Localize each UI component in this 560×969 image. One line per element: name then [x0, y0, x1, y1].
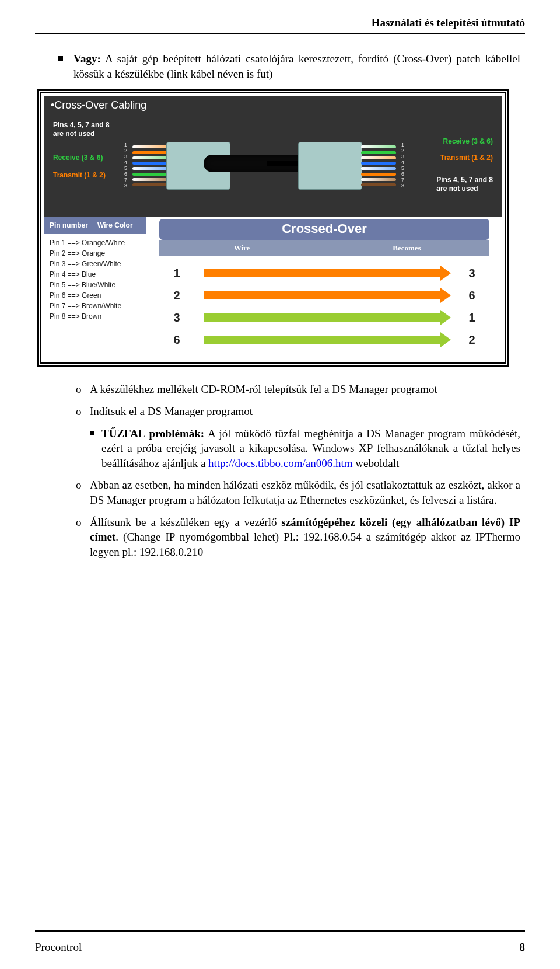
cable-narrow [267, 161, 302, 166]
arrow-icon [204, 313, 445, 322]
sub-text-a: A jól működő [204, 427, 271, 440]
footer-rule [35, 930, 525, 932]
diagram-top-panel: •Cross-Over Cabling Pins 4, 5, 7 and 8 a… [44, 96, 502, 217]
map-to: 2 [454, 333, 489, 347]
pin-row: Pin 8 ==> Brown [50, 311, 141, 322]
list-item-1: A készülékhez mellékelt CD-ROM-ról telep… [90, 382, 520, 397]
pin-row: Pin 3 ==> Green/White [50, 259, 141, 269]
crossover-diagram: •Cross-Over Cabling Pins 4, 5, 7 and 8 a… [37, 89, 509, 367]
right-transmit-label: Transmit (1 & 2) [440, 154, 493, 162]
sub-underline: tűzfal megbénítja a DS Manager program m… [271, 427, 518, 440]
list-marker-icon: o [76, 477, 90, 507]
pin-row: Pin 5 ==> Blue/White [50, 280, 141, 290]
arrow-icon [204, 269, 445, 277]
crossover-row: 62 [159, 329, 489, 351]
list-item-2: Indítsuk el a DS Manager programot [90, 404, 520, 419]
crossed-over-table: Crossed-Over Wire Becomes 13263162 [146, 217, 502, 360]
list-marker-icon: o [76, 515, 90, 560]
docs-link[interactable]: http://docs.tibbo.com/an006.htm [208, 457, 353, 469]
sub-text-c: weboldalt [353, 457, 400, 469]
map-to: 3 [454, 267, 489, 280]
page-number: 8 [520, 941, 526, 954]
right-pin-numbers: 12345678 [401, 142, 404, 189]
crossover-row: 13 [159, 262, 489, 284]
col-wire: Wire [159, 240, 324, 256]
map-from: 1 [159, 267, 194, 280]
square-bullet-icon [90, 431, 94, 435]
arrow-icon [204, 291, 445, 299]
diagram-title: •Cross-Over Cabling [51, 99, 495, 111]
pin-row: Pin 4 ==> Blue [50, 269, 141, 280]
pin-row: Pin 7 ==> Brown/White [50, 301, 141, 311]
list-marker-icon: o [76, 382, 90, 397]
col-becomes: Becomes [324, 240, 489, 256]
pin-row: Pin 6 ==> Green [50, 290, 141, 301]
left-wire-stack [132, 145, 167, 186]
right-pins-unused-label: Pins 4, 5, 7 and 8 are not used [436, 176, 493, 193]
right-receive-label: Receive (3 & 6) [443, 137, 493, 145]
pin-header-left: Pin number [50, 221, 88, 229]
intro-bold: Vagy: [74, 53, 101, 65]
square-bullet-icon [58, 56, 63, 61]
map-from: 6 [159, 333, 194, 347]
pin-color-table: Pin number Wire Color Pin 1 ==> Orange/W… [44, 217, 146, 360]
footer-left: Procontrol [35, 941, 82, 954]
crossover-row: 31 [159, 306, 489, 329]
crossover-row: 26 [159, 284, 489, 306]
map-to: 6 [454, 289, 489, 302]
left-pin-numbers: 12345678 [124, 142, 127, 189]
map-from: 2 [159, 289, 194, 302]
right-wire-stack [361, 145, 396, 186]
map-to: 1 [454, 311, 489, 325]
page-header-title: Használati és telepítési útmutató [35, 16, 525, 32]
o4-part-a: Állítsunk be a készüléken egy a vezérlő [90, 516, 281, 528]
left-transmit-label: Transmit (1 & 2) [53, 171, 106, 179]
diagram-table-area: Pin number Wire Color Pin 1 ==> Orange/W… [44, 217, 502, 360]
pin-row: Pin 1 ==> Orange/White [50, 238, 141, 248]
sub-bold: TŰZFAL problémák: [102, 427, 204, 440]
crossed-over-title: Crossed-Over [159, 219, 489, 240]
instruction-list: o A készülékhez mellékelt CD-ROM-ról tel… [76, 382, 520, 559]
left-pins-unused-label: Pins 4, 5, 7 and 8 are not used [53, 121, 110, 138]
list-marker-icon: o [76, 404, 90, 419]
intro-bullet: Vagy: A saját gép beépített hálózati csa… [58, 51, 520, 81]
map-from: 3 [159, 311, 194, 325]
list-item-4: Állítsunk be a készüléken egy a vezérlő … [90, 515, 520, 560]
sub-item-firewall: TŰZFAL problémák: A jól működő tűzfal me… [102, 426, 520, 471]
list-item-3: Abban az esetben, ha minden hálózati esz… [90, 477, 520, 507]
left-receive-label: Receive (3 & 6) [53, 154, 103, 162]
o4-part-b: . (Change IP nyomógombbal lehet) Pl.: 19… [90, 531, 520, 558]
arrow-icon [204, 336, 445, 344]
right-connector [298, 142, 362, 190]
pin-row: Pin 2 ==> Orange [50, 248, 141, 259]
intro-text: A saját gép beépített hálózati csatolójá… [74, 53, 520, 80]
pin-header-right: Wire Color [97, 221, 133, 229]
header-rule [35, 33, 525, 34]
